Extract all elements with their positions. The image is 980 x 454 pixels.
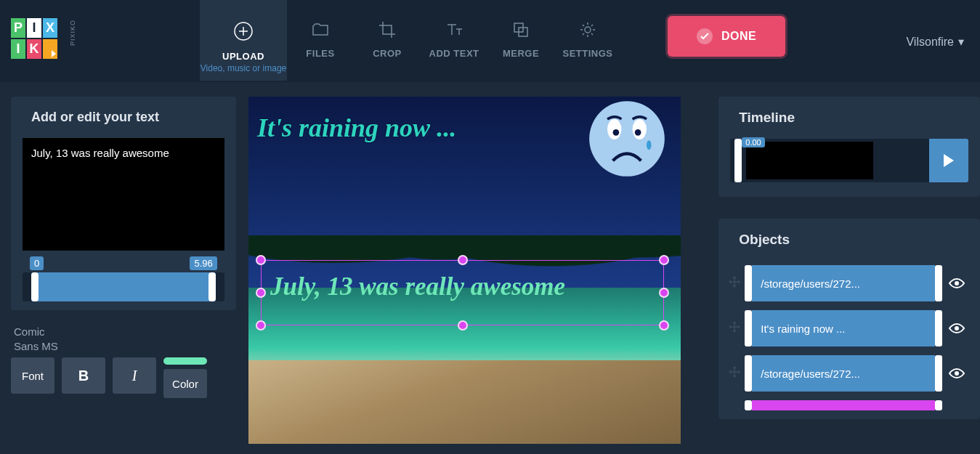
- object-trim-end[interactable]: [935, 400, 942, 410]
- timeline-position-badge: 0.00: [742, 137, 764, 147]
- object-trim-start[interactable]: [745, 400, 752, 410]
- content-area: Add or edit your text 0 5.96 Comic Sans …: [0, 82, 980, 444]
- logo[interactable]: P I X I K PIXIKO: [11, 18, 73, 65]
- logo-side-text: PIXIKO: [69, 20, 76, 46]
- timeline-card: Timeline 0.00: [718, 97, 980, 197]
- tool-sublabel: Video, music or image: [200, 63, 287, 73]
- check-icon: [697, 28, 713, 44]
- upload-tool[interactable]: UPLOAD Video, music or image: [200, 0, 287, 81]
- object-label[interactable]: /storage/users/272...: [752, 355, 935, 392]
- logo-letter: [43, 39, 57, 59]
- svg-point-9: [647, 140, 651, 150]
- logo-letter: I: [27, 18, 41, 38]
- object-trim-start[interactable]: [745, 310, 752, 346]
- text-icon: [445, 20, 463, 39]
- svg-point-12: [955, 371, 959, 376]
- tool-label: SETTINGS: [554, 48, 621, 59]
- resize-handle[interactable]: [256, 288, 266, 298]
- drag-handle-icon[interactable]: [727, 365, 745, 382]
- range-start-badge: 0: [30, 256, 44, 270]
- merge-tool[interactable]: MERGE: [487, 0, 554, 81]
- resize-handle[interactable]: [458, 255, 468, 265]
- svg-point-8: [635, 129, 641, 136]
- gear-icon: [578, 20, 597, 39]
- crop-icon: [378, 20, 397, 39]
- logo-letter: I: [11, 39, 25, 59]
- addtext-tool[interactable]: ADD TEXT: [421, 0, 487, 81]
- svg-point-5: [607, 119, 621, 139]
- color-swatch: [163, 357, 207, 365]
- resize-handle[interactable]: [659, 320, 669, 331]
- chevron-down-icon: ▾: [958, 35, 964, 49]
- left-panel: Add or edit your text 0 5.96 Comic Sans …: [0, 97, 247, 444]
- object-row[interactable]: /storage/users/272...: [727, 265, 971, 301]
- svg-point-7: [613, 129, 620, 136]
- text-editor-header: Add or edit your text: [11, 97, 236, 138]
- tool-label: ADD TEXT: [421, 48, 487, 59]
- font-name-label: Comic Sans MS: [14, 325, 236, 353]
- text-input[interactable]: [23, 138, 224, 251]
- done-button[interactable]: DONE: [668, 16, 785, 57]
- canvas-text-1[interactable]: It's raining now ...: [257, 113, 456, 143]
- resize-handle[interactable]: [458, 320, 468, 331]
- merge-icon: [511, 20, 530, 39]
- visibility-toggle[interactable]: [942, 367, 971, 380]
- play-button[interactable]: [929, 139, 968, 182]
- objects-card: Objects /storage/users/272...: [718, 219, 980, 419]
- play-icon: [944, 154, 954, 167]
- drag-handle-icon[interactable]: [727, 320, 745, 337]
- user-name: Vilsonfire: [906, 36, 954, 49]
- range-fill: [31, 272, 216, 301]
- object-label[interactable]: /storage/users/272...: [752, 265, 935, 301]
- user-menu[interactable]: Vilsonfire ▾: [906, 35, 964, 49]
- canvas-area: It's raining now ... July, 13 was really…: [247, 97, 683, 444]
- sad-face-icon[interactable]: [588, 100, 666, 178]
- bold-button[interactable]: B: [62, 357, 105, 394]
- settings-tool[interactable]: SETTINGS: [554, 0, 621, 81]
- timeline-track[interactable]: [730, 139, 968, 182]
- tool-label: MERGE: [487, 48, 554, 59]
- logo-letter: X: [43, 18, 57, 38]
- object-row[interactable]: [727, 400, 971, 410]
- range-handle-start[interactable]: [31, 272, 39, 301]
- object-trim-start[interactable]: [745, 355, 752, 392]
- object-label[interactable]: It's raining now ...: [752, 310, 935, 346]
- eye-icon: [948, 277, 965, 290]
- object-trim-start[interactable]: [745, 265, 752, 301]
- time-range-slider[interactable]: 0 5.96: [23, 264, 224, 299]
- files-tool[interactable]: FILES: [287, 0, 354, 81]
- eye-icon: [948, 367, 965, 380]
- font-picker-button[interactable]: Font: [11, 357, 54, 394]
- object-trim-end[interactable]: [935, 355, 942, 392]
- resize-handle[interactable]: [256, 320, 266, 331]
- italic-button[interactable]: I: [113, 357, 156, 394]
- resize-handle[interactable]: [256, 255, 266, 265]
- logo-letter: K: [27, 39, 41, 59]
- object-trim-end[interactable]: [935, 265, 942, 301]
- canvas[interactable]: It's raining now ... July, 13 was really…: [248, 97, 681, 444]
- resize-handle[interactable]: [659, 288, 669, 298]
- timeline-playhead[interactable]: [734, 139, 742, 182]
- top-bar: P I X I K PIXIKO UPLOAD Video, music or …: [0, 0, 980, 82]
- svg-point-4: [589, 101, 665, 177]
- color-button[interactable]: Color: [163, 369, 207, 398]
- object-row[interactable]: /storage/users/272...: [727, 355, 971, 392]
- logo-letter: P: [11, 18, 25, 38]
- tool-label: UPLOAD: [200, 51, 287, 62]
- canvas-bg-sand: [248, 360, 681, 444]
- svg-point-6: [633, 119, 647, 139]
- object-row[interactable]: It's raining now ...: [727, 310, 971, 346]
- selection-box[interactable]: [261, 260, 664, 325]
- object-label[interactable]: [752, 400, 935, 410]
- drag-handle-icon[interactable]: [727, 275, 745, 292]
- visibility-toggle[interactable]: [942, 277, 971, 290]
- right-panel: Timeline 0.00 Objects: [718, 97, 980, 444]
- visibility-toggle[interactable]: [942, 322, 971, 335]
- font-controls: Comic Sans MS Font B I Color: [11, 325, 236, 398]
- resize-handle[interactable]: [659, 255, 669, 265]
- crop-tool[interactable]: CROP: [354, 0, 421, 81]
- tool-label: FILES: [287, 48, 354, 59]
- timeline-preview: [746, 142, 873, 179]
- range-handle-end[interactable]: [208, 272, 216, 301]
- object-trim-end[interactable]: [935, 310, 942, 346]
